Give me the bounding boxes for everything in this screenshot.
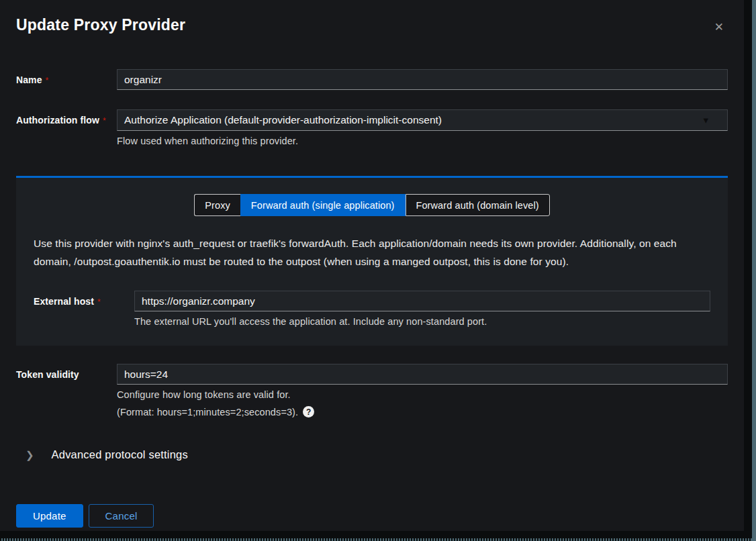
- token-validity-format-line: (Format: hours=1;minutes=2;seconds=3). ?: [117, 406, 728, 417]
- external-host-field-row: External host* The external URL you'll a…: [34, 291, 710, 327]
- proxy-mode-card: Proxy Forward auth (single application) …: [16, 176, 728, 346]
- external-host-input[interactable]: [134, 291, 710, 311]
- tab-forward-auth-single-application[interactable]: Forward auth (single application): [240, 194, 406, 216]
- token-validity-help-text: Configure how long tokens are valid for.: [117, 389, 728, 400]
- modal-title: Update Proxy Provider: [16, 16, 185, 34]
- token-validity-field-row: Token validity Configure how long tokens…: [16, 364, 728, 417]
- external-host-label: External host*: [34, 291, 134, 307]
- token-validity-label: Token validity: [16, 364, 117, 380]
- token-validity-input[interactable]: [117, 364, 728, 385]
- close-icon[interactable]: ✕: [710, 19, 728, 36]
- mode-description: Use this provider with nginx's auth_requ…: [34, 234, 710, 270]
- update-button[interactable]: Update: [16, 504, 83, 528]
- advanced-protocol-settings-label: Advanced protocol settings: [52, 448, 188, 461]
- required-marker: *: [103, 116, 106, 126]
- authorization-flow-field-row: Authorization flow* Authorize Applicatio…: [16, 109, 728, 146]
- name-input[interactable]: [117, 69, 728, 90]
- modal-footer: Update Cancel: [0, 504, 744, 528]
- tab-forward-auth-domain-level[interactable]: Forward auth (domain level): [406, 194, 550, 216]
- chevron-right-icon: ❯: [16, 449, 34, 461]
- tab-proxy[interactable]: Proxy: [194, 194, 240, 216]
- provider-form: Name* Authorization flow* Authorize Appl…: [0, 69, 744, 146]
- cancel-button[interactable]: Cancel: [89, 504, 154, 528]
- update-proxy-provider-modal: Update Proxy Provider ✕ Name* Authorizat…: [0, 0, 744, 531]
- name-field-row: Name*: [16, 69, 728, 90]
- advanced-protocol-settings-toggle[interactable]: ❯ Advanced protocol settings: [16, 448, 728, 461]
- modal-header: Update Proxy Provider ✕: [0, 16, 744, 36]
- required-marker: *: [97, 297, 101, 307]
- help-circle-icon[interactable]: ?: [303, 406, 314, 417]
- required-marker: *: [46, 76, 49, 85]
- authorization-flow-select[interactable]: Authorize Application (default-provider-…: [117, 109, 728, 131]
- authorization-flow-help-text: Flow used when authorizing this provider…: [117, 136, 728, 146]
- token-validity-format-text: (Format: hours=1;minutes=2;seconds=3).: [117, 407, 298, 417]
- authorization-flow-label: Authorization flow*: [16, 109, 117, 126]
- token-validity-section: Token validity Configure how long tokens…: [0, 364, 744, 417]
- caret-down-icon: ▾: [703, 114, 708, 126]
- name-label: Name*: [16, 69, 117, 85]
- proxy-mode-toggle-group: Proxy Forward auth (single application) …: [34, 194, 710, 216]
- page-background-edge-bottom: [0, 538, 752, 541]
- authorization-flow-selected-value: Authorize Application (default-provider-…: [124, 114, 442, 126]
- external-host-help-text: The external URL you'll access the appli…: [134, 316, 710, 327]
- page-background-edge-right: [752, 0, 756, 541]
